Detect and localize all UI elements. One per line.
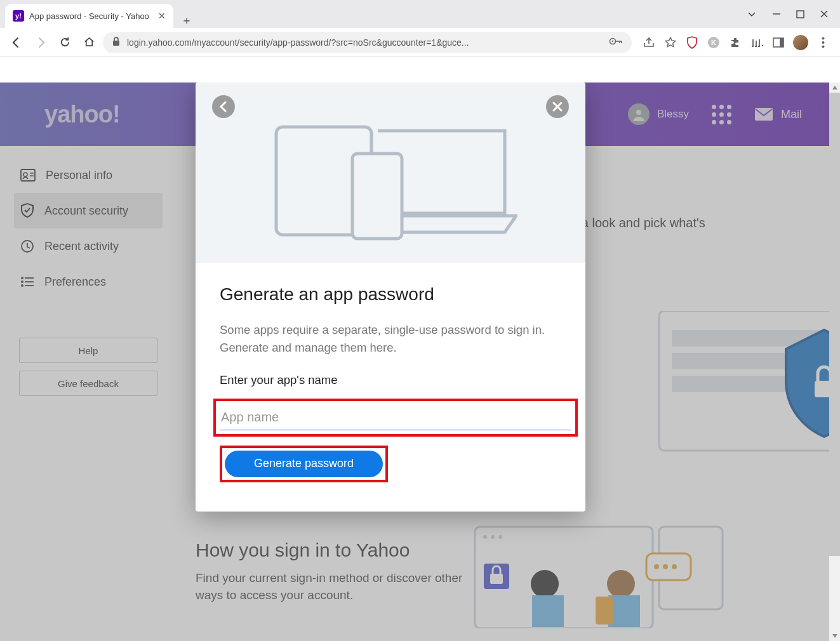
nav-forward-button[interactable] bbox=[30, 32, 51, 53]
nav-back-button[interactable] bbox=[6, 32, 27, 53]
home-button[interactable] bbox=[79, 32, 99, 53]
tab-title: App password - Security - Yahoo bbox=[29, 11, 149, 21]
modal-description: Some apps require a separate, single-use… bbox=[220, 321, 561, 357]
bookmark-star-icon[interactable] bbox=[663, 36, 677, 50]
url-text: login.yahoo.com/myaccount/security/app-p… bbox=[127, 37, 603, 48]
svg-point-9 bbox=[822, 37, 824, 39]
scroll-down-icon[interactable] bbox=[829, 631, 840, 641]
app-name-label: Enter your app's name bbox=[220, 373, 561, 387]
modal-title: Generate an app password bbox=[220, 284, 561, 305]
modal-close-button[interactable] bbox=[546, 95, 569, 118]
scroll-up-icon[interactable] bbox=[829, 83, 840, 93]
toolbar-right: K bbox=[636, 35, 834, 50]
svg-rect-8 bbox=[780, 38, 783, 47]
svg-point-11 bbox=[822, 45, 824, 48]
tab-close-icon[interactable]: ✕ bbox=[158, 11, 166, 21]
browser-toolbar: login.yahoo.com/myaccount/security/app-p… bbox=[0, 28, 840, 57]
tabs-dropdown-icon[interactable] bbox=[747, 9, 757, 19]
svg-rect-2 bbox=[113, 41, 119, 46]
page-area: yahoo! Blessy Mail bbox=[0, 83, 840, 641]
app-password-modal: Generate an app password Some apps requi… bbox=[196, 83, 585, 512]
chevron-left-icon bbox=[218, 101, 229, 112]
ext-k-icon[interactable]: K bbox=[707, 36, 721, 50]
app-name-input[interactable] bbox=[220, 405, 571, 430]
svg-point-10 bbox=[822, 41, 824, 44]
chrome-menu-icon[interactable] bbox=[816, 36, 830, 50]
close-icon bbox=[552, 102, 563, 112]
mcafee-ext-icon[interactable] bbox=[685, 36, 699, 50]
share-icon[interactable] bbox=[642, 36, 656, 50]
key-icon[interactable] bbox=[609, 37, 623, 48]
window-maximize-icon[interactable] bbox=[796, 10, 804, 18]
vertical-scrollbar[interactable] bbox=[829, 83, 840, 641]
window-controls bbox=[747, 0, 840, 28]
highlight-box-button: Generate password bbox=[220, 446, 388, 482]
svg-point-4 bbox=[612, 41, 613, 42]
window-titlebar: y! App password - Security - Yahoo ✕ ＋ bbox=[0, 0, 840, 28]
lock-icon bbox=[112, 36, 121, 48]
svg-text:K: K bbox=[711, 39, 716, 46]
tab-favicon-icon: y! bbox=[13, 10, 24, 22]
svg-rect-44 bbox=[352, 154, 402, 239]
extensions-icon[interactable] bbox=[728, 36, 742, 50]
new-tab-button[interactable]: ＋ bbox=[177, 13, 196, 28]
spacer bbox=[0, 57, 840, 83]
window-close-icon[interactable] bbox=[820, 10, 829, 18]
browser-tab[interactable]: y! App password - Security - Yahoo ✕ bbox=[5, 4, 173, 28]
media-control-icon[interactable] bbox=[750, 36, 764, 50]
sidepanel-icon[interactable] bbox=[771, 36, 785, 50]
modal-illustration bbox=[196, 83, 585, 263]
tab-strip: y! App password - Security - Yahoo ✕ ＋ bbox=[0, 0, 196, 28]
reload-button[interactable] bbox=[55, 32, 75, 53]
window-minimize-icon[interactable] bbox=[772, 10, 781, 18]
profile-avatar-icon[interactable] bbox=[793, 35, 808, 50]
address-bar[interactable]: login.yahoo.com/myaccount/security/app-p… bbox=[103, 32, 632, 53]
generate-password-button[interactable]: Generate password bbox=[225, 451, 383, 477]
devices-icon bbox=[263, 116, 517, 242]
svg-rect-1 bbox=[797, 11, 804, 18]
highlight-box-input bbox=[213, 399, 578, 437]
modal-back-button[interactable] bbox=[212, 95, 235, 118]
scroll-thumb[interactable] bbox=[829, 93, 840, 556]
